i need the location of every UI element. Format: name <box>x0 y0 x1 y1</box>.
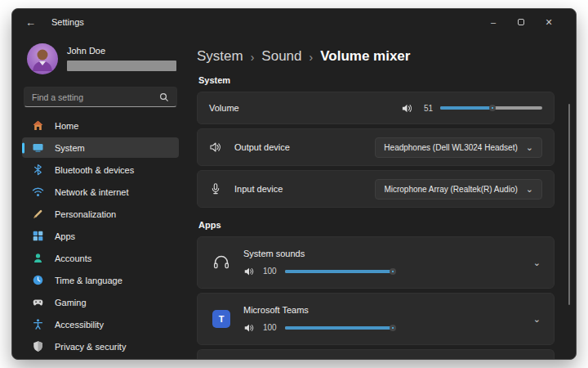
headphones-icon <box>209 254 234 272</box>
input-device-dropdown[interactable]: Microphone Array (Realtek(R) Audio) ⌄ <box>375 179 542 200</box>
system-volume-slider[interactable] <box>440 106 542 110</box>
accessibility-icon <box>31 318 44 331</box>
sidebar-item-privacy-security[interactable]: Privacy & security <box>22 336 179 357</box>
speaker-icon[interactable] <box>401 102 413 114</box>
sidebar-item-network-internet[interactable]: Network & internet <box>22 182 179 202</box>
user-profile[interactable]: John Doe <box>22 37 179 78</box>
profile-email-redacted <box>67 61 176 71</box>
app-info: Microsoft Teams100 <box>234 305 533 334</box>
sidebar-item-label: Home <box>55 121 78 131</box>
bluetooth-icon <box>31 164 44 177</box>
sidebar-item-bluetooth-devices[interactable]: Bluetooth & devices <box>22 159 179 180</box>
avatar <box>27 43 58 74</box>
chevron-down-icon: ⌄ <box>526 185 533 194</box>
close-button[interactable]: ✕ <box>535 17 563 28</box>
app-volume-slider[interactable] <box>285 326 393 330</box>
sidebar-item-accounts[interactable]: Accounts <box>22 248 179 268</box>
page-title: Volume mixer <box>320 48 410 65</box>
sidebar-item-label: Accounts <box>55 254 91 263</box>
app-volume-controls: 100 <box>243 322 533 334</box>
speaker-icon[interactable] <box>243 266 255 277</box>
search-placeholder: Find a setting <box>32 92 159 102</box>
slider-thumb[interactable] <box>489 105 496 111</box>
speaker-icon[interactable] <box>243 322 255 334</box>
maximize-button[interactable] <box>507 17 535 27</box>
window-title: Settings <box>51 17 84 27</box>
slider-fill <box>285 326 393 330</box>
output-device-value: Headphones (Dell WL3024 Headset) <box>384 143 517 152</box>
app-volume-slider[interactable] <box>285 270 393 273</box>
app-volume-card-system-sounds: System sounds100⌄ <box>197 236 555 289</box>
titlebar: ← Settings – ✕ <box>12 9 576 35</box>
window-controls: – ✕ <box>479 17 563 28</box>
minimize-icon: – <box>491 17 496 27</box>
chevron-down-icon[interactable]: ⌄ <box>533 258 541 267</box>
teams-icon: T <box>212 310 230 328</box>
input-device-label: Input device <box>234 184 283 194</box>
sidebar-item-label: Personalization <box>55 209 116 219</box>
search-input[interactable]: Find a setting <box>24 87 177 107</box>
volume-label: Volume <box>209 103 239 113</box>
system-section-heading: System <box>198 75 555 85</box>
sidebar-item-apps[interactable]: Apps <box>22 226 179 246</box>
sidebar-item-label: Accessibility <box>55 320 104 330</box>
sidebar-item-label: Apps <box>55 231 75 241</box>
back-button[interactable]: ← <box>25 16 42 29</box>
slider-fill <box>440 106 492 110</box>
system-volume-row: Volume 51 <box>197 92 555 124</box>
apps-icon <box>31 230 44 243</box>
output-device-row: Output device Headphones (Dell WL3024 He… <box>197 128 555 166</box>
accounts-icon <box>31 252 44 265</box>
privacy-icon <box>31 340 44 353</box>
breadcrumb-separator-icon: › <box>310 50 314 64</box>
sidebar-item-home[interactable]: Home <box>22 115 179 136</box>
time-language-icon <box>31 274 44 287</box>
app-volume-value: 100 <box>263 323 277 332</box>
teams-icon: T <box>209 310 234 328</box>
partially-visible-card <box>197 349 555 360</box>
sidebar-item-accessibility[interactable]: Accessibility <box>22 314 179 334</box>
sidebar-item-system[interactable]: System <box>22 137 179 158</box>
output-device-dropdown[interactable]: Headphones (Dell WL3024 Headset) ⌄ <box>375 137 542 158</box>
breadcrumb-sound[interactable]: Sound <box>261 48 301 65</box>
selected-indicator <box>22 142 24 153</box>
slider-fill <box>285 270 393 273</box>
system-volume-value: 51 <box>421 104 433 113</box>
microphone-icon <box>209 182 222 195</box>
network-icon <box>31 186 44 199</box>
sidebar-item-time-language[interactable]: Time & language <box>22 270 179 290</box>
app-volume-list: System sounds100⌄TMicrosoft Teams100⌄ <box>197 236 555 345</box>
output-device-label: Output device <box>234 142 290 152</box>
minimize-button[interactable]: – <box>479 17 507 27</box>
app-volume-value: 100 <box>263 267 277 276</box>
sidebar-item-label: Network & internet <box>55 187 128 197</box>
main-content: System › Sound › Volume mixer System Vol… <box>185 35 576 360</box>
sidebar-item-label: Privacy & security <box>55 342 126 352</box>
slider-thumb[interactable] <box>390 268 396 275</box>
maximize-icon <box>518 19 524 25</box>
breadcrumb: System › Sound › Volume mixer <box>197 48 555 65</box>
speaker-output-icon <box>209 141 222 154</box>
sidebar: John Doe Find a setting HomeSystemBlueto… <box>12 35 185 360</box>
profile-info: John Doe <box>67 43 176 74</box>
breadcrumb-system[interactable]: System <box>197 48 243 65</box>
settings-window: ← Settings – ✕ John Doe <box>11 8 577 360</box>
personalization-icon <box>31 208 44 221</box>
vertical-scrollbar[interactable] <box>568 104 570 305</box>
breadcrumb-separator-icon: › <box>251 50 255 64</box>
sidebar-item-label: Time & language <box>55 276 122 285</box>
chevron-down-icon[interactable]: ⌄ <box>533 315 541 324</box>
app-name: Microsoft Teams <box>243 305 533 315</box>
sidebar-item-gaming[interactable]: Gaming <box>22 292 179 312</box>
apps-section-heading: Apps <box>198 220 555 230</box>
slider-thumb[interactable] <box>390 325 396 331</box>
search-icon <box>159 92 169 102</box>
sidebar-item-personalization[interactable]: Personalization <box>22 204 179 224</box>
input-device-value: Microphone Array (Realtek(R) Audio) <box>384 185 517 194</box>
sidebar-nav: HomeSystemBluetooth & devicesNetwork & i… <box>22 115 179 357</box>
input-device-row: Input device Microphone Array (Realtek(R… <box>197 170 555 208</box>
chevron-down-icon: ⌄ <box>526 143 533 152</box>
close-icon: ✕ <box>545 17 552 27</box>
profile-name: John Doe <box>67 46 176 56</box>
sidebar-item-label: System <box>55 143 85 153</box>
